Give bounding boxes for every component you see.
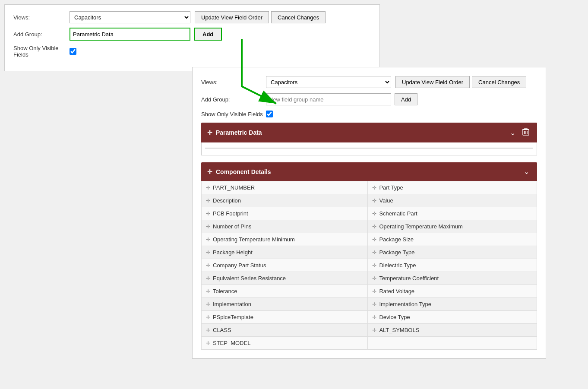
- drag-icon: ✛: [372, 198, 376, 204]
- drag-icon: ✛: [206, 301, 210, 307]
- field-cell-right[interactable]: ✛Device Type: [368, 311, 537, 324]
- drag-icon: ✛: [206, 288, 210, 294]
- field-cell-left[interactable]: ✛Company Part Status: [202, 259, 368, 272]
- table-row: ✛Equivalent Series Resistance✛Temperatur…: [202, 272, 537, 285]
- drag-icon: ✛: [372, 250, 376, 256]
- add-group-input-main[interactable]: [266, 93, 391, 105]
- field-cell-left[interactable]: ✛Operating Temperature Minimum: [202, 233, 368, 246]
- table-row: ✛Company Part Status✛Dielectric Type: [202, 259, 537, 272]
- table-row: ✛CLASS✛ALT_SYMBOLS: [202, 324, 537, 337]
- field-cell-left[interactable]: ✛Number of Pins: [202, 220, 368, 233]
- add-group-input-top[interactable]: [70, 28, 190, 41]
- component-details-group: ✛ Component Details ⌄ ✛PART_NUMBER✛Part …: [201, 162, 537, 350]
- views-label-top: Views:: [13, 14, 70, 21]
- drag-icon: ✛: [372, 262, 376, 269]
- views-select-top[interactable]: Capacitors: [70, 11, 190, 23]
- field-cell-right[interactable]: ✛Temperature Coefficient: [368, 272, 537, 285]
- field-cell-left[interactable]: ✛STEP_MODEL: [202, 337, 368, 350]
- field-cell-right[interactable]: ✛Rated Voltage: [368, 285, 537, 298]
- drag-icon: ✛: [206, 275, 210, 281]
- field-cell-right[interactable]: ✛Value: [368, 194, 537, 207]
- drag-icon: ✛: [206, 237, 210, 243]
- drag-icon: ✛: [372, 301, 376, 307]
- field-cell-right[interactable]: ✛Operating Temperature Maximum: [368, 220, 537, 233]
- collapse-parametric-btn[interactable]: ⌄: [508, 128, 517, 138]
- table-row: ✛PSpiceTemplate✛Device Type: [202, 311, 537, 324]
- main-panel: Views: Capacitors Update View Field Orde…: [192, 67, 546, 359]
- field-cell-right[interactable]: ✛Package Type: [368, 246, 537, 259]
- cancel-changes-btn-main[interactable]: Cancel Changes: [472, 76, 526, 88]
- add-btn-main[interactable]: Add: [395, 93, 417, 105]
- table-row: ✛PART_NUMBER✛Part Type: [202, 181, 537, 194]
- drag-icon: ✛: [206, 314, 210, 320]
- component-details-title: ✛ Component Details: [207, 168, 271, 175]
- table-row: ✛Package Height✛Package Type: [202, 246, 537, 259]
- drag-icon: ✛: [206, 211, 210, 217]
- drag-icon: ✛: [372, 327, 376, 333]
- field-cell-left[interactable]: ✛PSpiceTemplate: [202, 311, 368, 324]
- field-cell-right[interactable]: ✛Implementation Type: [368, 298, 537, 311]
- table-row: ✛Operating Temperature Minimum✛Package S…: [202, 233, 537, 246]
- parametric-data-group: ✛ Parametric Data ⌄: [201, 123, 537, 155]
- parametric-data-title: ✛ Parametric Data: [207, 129, 262, 136]
- table-row: ✛Number of Pins✛Operating Temperature Ma…: [202, 220, 537, 233]
- cancel-changes-btn-top[interactable]: Cancel Changes: [271, 11, 326, 23]
- field-cell-right[interactable]: ✛Schematic Part: [368, 207, 537, 220]
- add-group-label-top: Add Group:: [13, 31, 70, 38]
- add-group-label-main: Add Group:: [201, 96, 266, 103]
- field-cell-right[interactable]: ✛Part Type: [368, 181, 537, 194]
- component-details-header: ✛ Component Details ⌄: [201, 162, 537, 181]
- trash-icon: [522, 128, 529, 136]
- update-view-btn-top[interactable]: Update View Field Order: [195, 11, 269, 23]
- field-cell-left[interactable]: ✛Description: [202, 194, 368, 207]
- drag-icon: ✛: [206, 185, 210, 191]
- update-view-btn-main[interactable]: Update View Field Order: [395, 76, 470, 88]
- drag-icon: ✛: [206, 327, 210, 333]
- views-label-main: Views:: [201, 79, 266, 85]
- field-cell-right[interactable]: ✛ALT_SYMBOLS: [368, 324, 537, 337]
- parametric-data-header: ✛ Parametric Data ⌄: [201, 123, 537, 142]
- field-cell-left[interactable]: ✛CLASS: [202, 324, 368, 337]
- show-label-top: Show Only Visible Fields: [13, 45, 70, 58]
- drag-icon: ✛: [206, 198, 210, 204]
- field-cell-left[interactable]: ✛PCB Footprint: [202, 207, 368, 220]
- show-checkbox-main[interactable]: [266, 111, 273, 117]
- drag-handle-component[interactable]: ✛: [207, 168, 212, 175]
- collapse-component-btn[interactable]: ⌄: [522, 167, 531, 177]
- drag-icon: ✛: [206, 224, 210, 230]
- drag-icon: ✛: [372, 314, 376, 320]
- drag-icon: ✛: [206, 250, 210, 256]
- drag-handle-parametric[interactable]: ✛: [207, 129, 212, 136]
- drag-icon: ✛: [372, 275, 376, 281]
- drag-icon: ✛: [372, 224, 376, 230]
- drag-icon: ✛: [372, 211, 376, 217]
- table-row: ✛STEP_MODEL: [202, 337, 537, 350]
- parametric-data-body: [201, 142, 537, 155]
- top-panel: Views: Capacitors Update View Field Orde…: [4, 4, 380, 71]
- show-checkbox-top[interactable]: [70, 48, 76, 55]
- table-row: ✛Tolerance✛Rated Voltage: [202, 285, 537, 298]
- drag-icon: ✛: [206, 262, 210, 269]
- field-cell-right[interactable]: ✛Dielectric Type: [368, 259, 537, 272]
- drag-icon: ✛: [372, 288, 376, 294]
- field-cell-left[interactable]: ✛Package Height: [202, 246, 368, 259]
- field-cell-left[interactable]: ✛Equivalent Series Resistance: [202, 272, 368, 285]
- field-cell-right[interactable]: ✛Package Size: [368, 233, 537, 246]
- delete-parametric-btn[interactable]: [521, 127, 531, 138]
- field-cell-left[interactable]: ✛PART_NUMBER: [202, 181, 368, 194]
- field-cell-left[interactable]: ✛Tolerance: [202, 285, 368, 298]
- component-fields-table: ✛PART_NUMBER✛Part Type✛Description✛Value…: [201, 181, 537, 350]
- field-cell-left[interactable]: ✛Implementation: [202, 298, 368, 311]
- show-label-main: Show Only Visible Fields: [201, 111, 266, 117]
- parametric-body-divider: [205, 148, 533, 149]
- table-row: ✛Description✛Value: [202, 194, 537, 207]
- drag-icon: ✛: [372, 185, 376, 191]
- drag-icon: ✛: [372, 237, 376, 243]
- field-cell-right: [368, 337, 537, 350]
- drag-icon: ✛: [206, 340, 210, 346]
- views-select-main[interactable]: Capacitors: [266, 76, 391, 88]
- table-row: ✛Implementation✛Implementation Type: [202, 298, 537, 311]
- table-row: ✛PCB Footprint✛Schematic Part: [202, 207, 537, 220]
- add-btn-top[interactable]: Add: [194, 28, 222, 41]
